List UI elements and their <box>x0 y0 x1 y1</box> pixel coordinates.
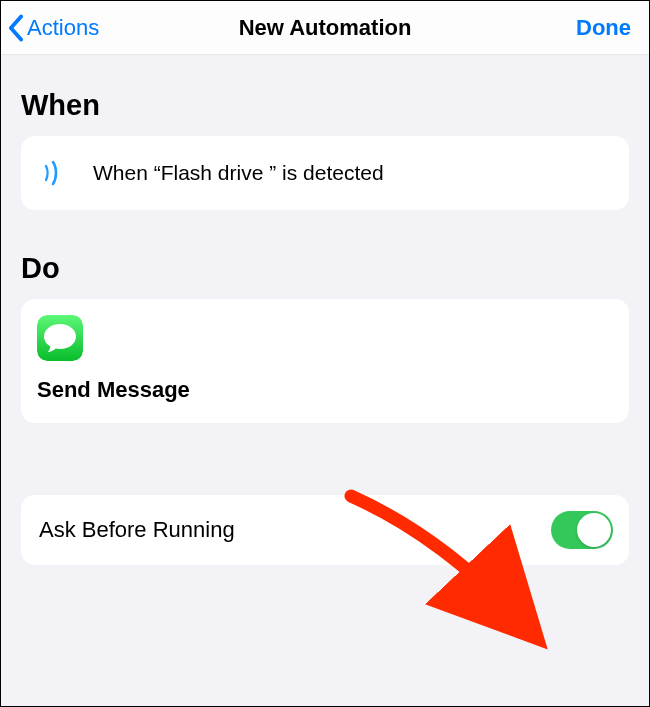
when-trigger-row[interactable]: When “Flash drive ” is detected <box>21 136 629 210</box>
content-area: When When “Flash drive ” is detected Do … <box>1 55 649 706</box>
navigation-bar: Actions New Automation Done <box>1 1 649 55</box>
ask-before-running-row: Ask Before Running <box>21 495 629 565</box>
when-trigger-text: When “Flash drive ” is detected <box>93 161 384 185</box>
messages-app-icon <box>37 315 83 361</box>
toggle-knob <box>577 513 611 547</box>
do-action-row[interactable]: Send Message <box>21 299 629 423</box>
do-heading: Do <box>21 252 629 285</box>
chevron-left-icon <box>7 14 25 42</box>
done-button[interactable]: Done <box>576 15 639 41</box>
nfc-icon <box>41 158 71 188</box>
ask-before-running-toggle[interactable] <box>551 511 613 549</box>
ask-before-running-label: Ask Before Running <box>39 517 235 543</box>
back-label: Actions <box>27 15 99 41</box>
do-action-label: Send Message <box>37 377 613 403</box>
page-title: New Automation <box>239 15 412 41</box>
when-heading: When <box>21 89 629 122</box>
back-button[interactable]: Actions <box>7 14 99 42</box>
